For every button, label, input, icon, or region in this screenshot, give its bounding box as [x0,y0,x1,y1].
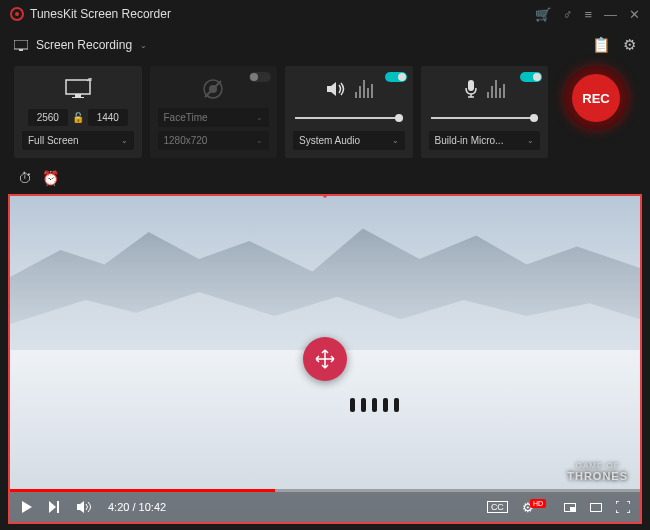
mode-label: Screen Recording [36,38,132,52]
capture-preview[interactable]: GAME OF THRONES 4:20 / 10:42 CC ⚙HD [8,194,642,524]
svg-rect-2 [66,80,90,94]
next-button[interactable] [48,500,62,514]
quality-button[interactable]: ⚙HD [522,500,550,515]
tasks-icon[interactable]: 📋 [592,36,611,54]
camera-res-select[interactable]: 1280x720 ⌄ [158,131,270,150]
edge-marker-top[interactable] [321,194,329,198]
auto-stop-icon[interactable]: ⏱ [18,170,32,186]
volume-icon[interactable] [76,500,94,514]
system-audio-toggle[interactable] [385,72,407,82]
display-preset-select[interactable]: Full Screen ⌄ [22,131,134,150]
height-input[interactable]: 1440 [88,109,128,126]
svg-rect-1 [19,49,23,51]
schedule-icon[interactable]: ⏰ [42,170,59,186]
camera-panel: FaceTime ⌄ 1280x720 ⌄ [150,66,278,158]
lock-icon[interactable]: 🔓 [72,112,84,123]
camera-off-icon [201,77,225,101]
svg-rect-3 [75,94,81,97]
share-icon[interactable]: ♂ [563,7,573,22]
app-logo-icon [10,7,24,21]
mic-level-icon [487,80,505,98]
chevron-down-icon: ⌄ [392,136,399,145]
move-icon [314,348,336,370]
settings-icon[interactable]: ⚙ [623,36,636,54]
miniplayer-button[interactable] [564,500,576,515]
svg-rect-0 [14,40,28,49]
display-icon [64,78,92,100]
close-button[interactable]: ✕ [629,7,640,22]
svg-rect-11 [57,501,59,513]
display-panel: 2560 🔓 1440 Full Screen ⌄ [14,66,142,158]
svg-rect-4 [72,97,84,98]
audio-level-icon [355,80,373,98]
app-title: TunesKit Screen Recorder [30,7,171,21]
microphone-icon [463,79,479,99]
cart-icon[interactable]: 🛒 [535,7,551,22]
titlebar: TunesKit Screen Recorder 🛒 ♂ ≡ — ✕ [0,0,650,28]
theater-button[interactable] [590,500,602,515]
video-controls: 4:20 / 10:42 CC ⚙HD [10,489,640,522]
width-input[interactable]: 2560 [28,109,68,126]
speaker-icon [325,80,347,98]
chevron-down-icon: ⌄ [140,41,147,50]
microphone-volume-slider[interactable] [431,117,539,119]
camera-toggle[interactable] [249,72,271,82]
microphone-select[interactable]: Build-in Micro... ⌄ [429,131,541,150]
video-time: 4:20 / 10:42 [108,501,166,513]
chevron-down-icon: ⌄ [256,136,263,145]
camera-device-select[interactable]: FaceTime ⌄ [158,108,270,127]
menu-icon[interactable]: ≡ [584,7,592,22]
mode-selector[interactable]: Screen Recording ⌄ [14,38,147,52]
video-progress[interactable] [10,489,640,492]
minimize-button[interactable]: — [604,7,617,22]
chevron-down-icon: ⌄ [121,136,128,145]
video-watermark: GAME OF THRONES [567,461,628,482]
settings-panels: 2560 🔓 1440 Full Screen ⌄ FaceTime ⌄ 128… [0,62,650,166]
system-audio-select[interactable]: System Audio ⌄ [293,131,405,150]
system-audio-volume-slider[interactable] [295,117,403,119]
schedule-bar: ⏱ ⏰ [0,166,650,190]
chevron-down-icon: ⌄ [256,113,263,122]
monitor-icon [14,40,28,51]
play-button[interactable] [20,500,34,514]
svg-rect-8 [468,80,474,91]
fullscreen-button[interactable] [616,501,630,513]
topbar: Screen Recording ⌄ 📋 ⚙ [0,28,650,62]
cc-button[interactable]: CC [487,501,508,513]
record-button[interactable]: REC [564,66,628,130]
chevron-down-icon: ⌄ [527,136,534,145]
svg-line-7 [205,81,221,97]
move-handle[interactable] [303,337,347,381]
microphone-toggle[interactable] [520,72,542,82]
system-audio-panel: System Audio ⌄ [285,66,413,158]
microphone-panel: Build-in Micro... ⌄ [421,66,549,158]
